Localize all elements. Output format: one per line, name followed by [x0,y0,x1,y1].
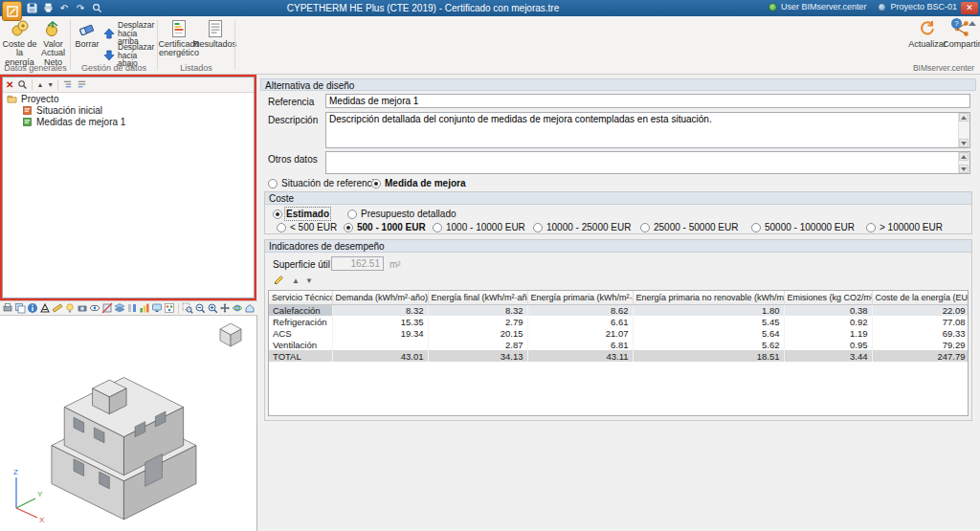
print-view-icon[interactable] [2,302,13,314]
tree-item-medidas-mejora[interactable]: Medidas de mejora 1 [3,116,254,127]
radio-range-5[interactable]: 50000 - 100000 EUR [751,222,855,232]
expand-tree-icon[interactable] [62,79,73,90]
cell: 20.15 [428,327,527,339]
table-row-total[interactable]: TOTAL43.0134.1343.1118.513.44247.79 [269,350,969,362]
radio-label: Estimado [286,209,329,219]
table-row-acs[interactable]: ACS19.3420.1521.075.641.1969.33 [269,327,969,339]
columns-icon[interactable] [126,302,138,314]
radio-circle [277,223,286,232]
section-icon[interactable] [101,302,113,314]
scroll-down-button[interactable] [959,139,969,147]
pan-icon[interactable] [219,302,231,314]
orbit-icon[interactable] [232,302,243,314]
radio-circle [640,223,650,232]
project-label: Proyecto BSC-01 [890,2,957,11]
coste-header: Coste [265,192,971,205]
axis-x-label: X [39,516,45,523]
radio-label: 1000 - 10000 EUR [446,222,525,232]
zoom-in-icon[interactable] [207,302,218,314]
info-icon[interactable] [27,302,38,314]
undo-icon[interactable]: ↶ [58,3,70,14]
measure-icon[interactable] [52,302,63,314]
cell: Ventilación [269,339,332,350]
cell: 3.44 [784,350,872,362]
radio-range-2[interactable]: 1000 - 10000 EUR [433,222,525,232]
light-icon[interactable] [64,302,76,314]
tree-item-proyecto[interactable]: Proyecto [3,93,254,104]
zoom-window-icon[interactable] [182,302,193,314]
cell: 2.87 [428,339,527,350]
section-header-alternativa: Alternativa de diseño [260,78,976,91]
bimserver-user-button[interactable]: User BIMserver.center [768,2,867,11]
scroll-up-button[interactable] [959,113,969,122]
col-emisiones: Emisiones (kg CO2/m²·año) [784,291,872,304]
col-energia-final: Energía final (kWh/m²·año) [428,291,527,304]
visibility-icon[interactable] [89,302,100,314]
save-icon[interactable] [26,3,37,14]
scroll-up-button[interactable] [959,152,969,161]
monitor-icon[interactable] [151,302,163,314]
print-icon[interactable] [42,3,54,14]
ribbon: Coste de la energía Valor Actual Neto Da… [0,16,980,75]
descripcion-input[interactable]: Descripción detallada del conjunto de me… [326,113,958,147]
collapse-tree-icon[interactable] [77,79,87,90]
layers-icon[interactable] [114,302,125,314]
zoom-icon[interactable] [91,3,102,14]
radio-range-1[interactable]: 500 - 1000 EUR [344,222,426,232]
orientation-cube[interactable] [216,321,245,349]
move-down-icon[interactable]: ▼ [47,81,54,88]
radio-circle [347,210,357,219]
copy-image-icon[interactable] [14,302,26,314]
radio-estimado[interactable]: Estimado [273,209,329,219]
radio-range-6[interactable]: > 100000 EUR [866,222,943,232]
valor-actual-neto-button[interactable]: Valor Actual Neto [37,18,69,61]
table-row-ventilacion[interactable]: Ventilación2.876.815.620.9579.29 [269,339,969,350]
radio-range-3[interactable]: 10000 - 25000 EUR [533,222,631,232]
close-button[interactable]: ✕ [961,2,978,14]
cell: 1.80 [633,304,784,316]
window-title: CYPETHERM HE Plus (CTE 2019) - Certifica… [115,3,731,13]
axis-z-label: Z [13,468,18,476]
otros-datos-input[interactable] [326,152,958,173]
cell: 0.95 [784,339,872,350]
collapse-ribbon-icon[interactable] [969,21,976,26]
chart-icon[interactable] [139,302,150,314]
redo-icon[interactable]: ↷ [75,3,86,14]
scroll-down-button[interactable] [959,165,969,173]
table-row-refrigeracion[interactable]: Refrigeración15.352.796.615.450.9277.08 [269,316,969,327]
label-icon[interactable] [39,302,51,314]
app-logo-icon[interactable] [2,1,22,21]
energy-certificate-icon [169,18,189,40]
row-up-button[interactable]: ▲ [292,277,300,285]
referencia-input[interactable] [325,94,970,108]
actualizar-button[interactable]: Actualizar [911,18,944,61]
borrar-button[interactable]: Borrar [73,18,101,61]
zoom-extents-icon[interactable] [194,302,206,314]
delete-item-icon[interactable]: ✕ [6,79,13,90]
radio-range-4[interactable]: 25000 - 50000 EUR [640,222,738,232]
radio-presupuesto-detallado[interactable]: Presupuesto detallado [347,209,457,219]
bimserver-project-button[interactable]: Proyecto BSC-01 [878,2,957,11]
search-icon[interactable] [17,79,28,90]
coste-energia-button[interactable]: Coste de la energía [2,18,37,61]
move-up-icon[interactable]: ▲ [36,81,43,88]
row-down-button[interactable]: ▼ [305,277,313,285]
camera-icon[interactable] [77,302,88,314]
edit-table-button[interactable] [272,274,285,287]
tree-toolbar: ✕ ▲ ▼ [3,77,254,93]
cell: 22.09 [872,304,969,316]
col-demanda: Demanda (kWh/m²·año) [332,291,428,304]
texture-icon[interactable] [164,302,175,314]
tree-item-situacion-inicial[interactable]: Situación inicial [3,104,254,116]
cell: 21.07 [527,327,633,339]
radio-range-0[interactable]: < 500 EUR [277,222,337,232]
radio-medida-mejora[interactable]: Medida de mejora [371,178,465,188]
radio-situacion-referencia[interactable]: Situación de referencia [268,178,379,188]
resultados-button[interactable]: Resultados [199,18,231,61]
3d-viewport[interactable]: Z Y X [0,316,257,531]
help-icon[interactable]: ? [951,18,962,29]
home-view-icon[interactable] [244,302,256,314]
table-row-calefaccion[interactable]: Calefacción8.328.328.621.800.3822.09 [269,304,969,316]
descripcion-label: Descripción [268,115,318,125]
cell: 5.64 [633,327,784,339]
